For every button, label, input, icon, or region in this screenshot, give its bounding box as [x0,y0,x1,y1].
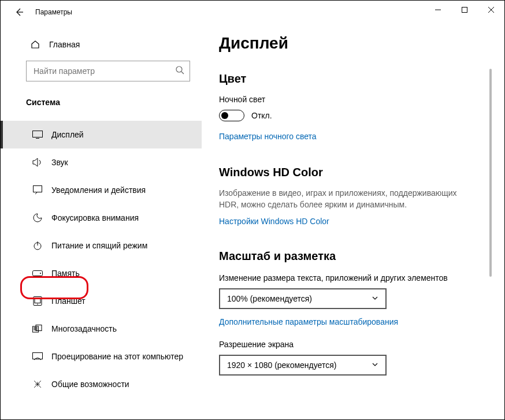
svg-rect-8 [35,298,40,303]
home-link[interactable]: Главная [1,36,202,53]
sidebar-item-label: Память [51,269,80,278]
sidebar-item-power[interactable]: Питание и спящий режим [1,232,202,259]
shared-icon [32,380,43,389]
sidebar-item-label: Уведомления и действия [51,185,146,195]
scrollbar[interactable] [489,69,492,369]
window-title: Параметры [35,8,72,16]
maximize-button[interactable] [451,1,478,19]
svg-point-1 [176,66,182,72]
scrollbar-thumb[interactable] [489,69,492,277]
chevron-down-icon [372,294,378,303]
display-icon [32,131,43,139]
home-icon [29,40,41,49]
sidebar-item-shared[interactable]: Общие возможности [1,370,202,398]
multitasking-icon [32,325,43,333]
sidebar-item-projecting[interactable]: Проецирование на этот компьютер [1,343,202,370]
sidebar-item-label: Фокусировка внимания [51,213,139,222]
sound-icon [32,158,43,167]
close-button[interactable] [478,1,504,19]
sidebar-item-display[interactable]: Дисплей [1,121,202,148]
nav-list: Дисплей Звук Уведомления и действия Фоку… [1,121,202,398]
sidebar-item-tablet[interactable]: Планшет [1,287,202,315]
hdcolor-settings-link[interactable]: Настройки Windows HD Color [219,217,329,226]
projecting-icon [32,352,43,360]
notifications-icon [32,185,43,195]
svg-rect-0 [462,8,467,13]
page-title: Дисплей [219,34,492,53]
chevron-down-icon [372,360,378,370]
svg-point-9 [37,304,38,305]
night-light-toggle[interactable] [219,110,244,121]
section-color-heading: Цвет [219,72,492,86]
search-wrap [26,61,190,81]
focus-icon [32,213,43,222]
night-light-settings-link[interactable]: Параметры ночного света [219,132,317,141]
sidebar-item-multitasking[interactable]: Многозадачность [1,315,202,343]
sidebar-item-notifications[interactable]: Уведомления и действия [1,176,202,204]
hdcolor-description: Изображение в видео, играх и приложениях… [219,187,473,211]
svg-point-6 [40,273,41,274]
sidebar-item-label: Планшет [51,296,86,306]
sidebar-item-label: Общие возможности [51,380,129,389]
window-controls [425,1,504,19]
sidebar-item-label: Звук [51,158,68,167]
search-icon [175,65,184,77]
sidebar-item-label: Многозадачность [51,324,117,333]
advanced-scaling-link[interactable]: Дополнительные параметры масштабирования [219,317,398,326]
sidebar-item-sound[interactable]: Звук [1,148,202,176]
titlebar: Параметры [1,1,504,24]
sidebar-section-label: Система [1,81,202,114]
svg-rect-2 [33,131,43,137]
sidebar-item-label: Дисплей [51,130,84,139]
sidebar-item-focus[interactable]: Фокусировка внимания [1,204,202,232]
scale-select-value: 100% (рекомендуется) [227,294,312,303]
resolution-label: Разрешение экрана [219,340,492,349]
tablet-icon [32,296,43,306]
section-hdcolor-heading: Windows HD Color [219,166,492,179]
sidebar-item-label: Проецирование на этот компьютер [51,352,183,361]
svg-rect-3 [34,186,42,192]
storage-icon [32,270,43,276]
section-scale-heading: Масштаб и разметка [219,250,492,263]
minimize-button[interactable] [425,1,451,19]
night-light-state: Откл. [251,111,272,120]
night-light-label: Ночной свет [219,95,492,104]
search-input[interactable] [26,61,190,81]
sidebar-item-label: Питание и спящий режим [51,241,147,250]
resolution-select[interactable]: 1920 × 1080 (рекомендуется) [219,355,387,376]
power-icon [32,241,43,250]
home-label: Главная [49,40,80,49]
sidebar: Главная Система Дисплей Звук Уведомления… [1,24,202,419]
resolution-select-value: 1920 × 1080 (рекомендуется) [227,360,336,370]
scale-select[interactable]: 100% (рекомендуется) [219,288,387,309]
scale-label: Изменение размера текста, приложений и д… [219,273,492,283]
main-content: Дисплей Цвет Ночной свет Откл. Параметры… [202,24,504,419]
sidebar-item-storage[interactable]: Память [1,259,202,287]
back-button[interactable] [11,8,27,17]
